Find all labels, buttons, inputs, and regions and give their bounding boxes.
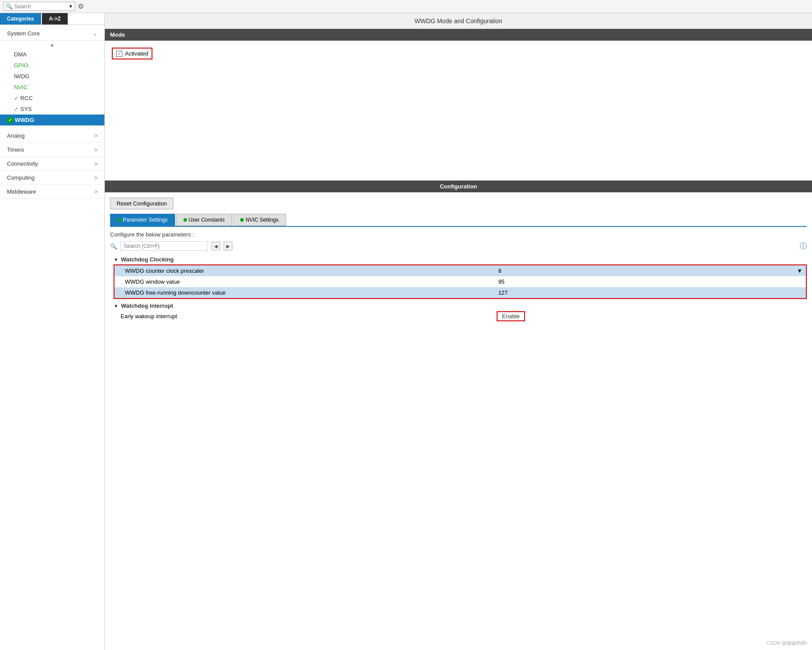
- activated-box: ✓ Activated: [112, 48, 152, 59]
- category-computing[interactable]: Computing >: [0, 171, 104, 185]
- param-value-window: 95: [495, 276, 737, 287]
- top-bar: 🔍 ▼ ⚙: [0, 0, 812, 13]
- gear-icon[interactable]: ⚙: [78, 2, 84, 10]
- param-dropdown-early-wakeup: [737, 311, 807, 322]
- wwdg-check-icon: ✓: [7, 117, 13, 123]
- computing-arrow: >: [94, 175, 97, 181]
- mode-header: Mode: [105, 29, 812, 41]
- param-name-downcounter: WWDG free-running downcounter value: [114, 287, 495, 298]
- connectivity-label: Connectivity: [7, 160, 38, 167]
- watchdog-clocking-group: ▼ Watchdog Clocking WWDG counter clock p…: [110, 254, 807, 299]
- sidebar-item-gpio[interactable]: GPIO: [0, 60, 104, 71]
- watchdog-clocking-box: WWDG counter clock prescaler 8 ▼ WWDG wi…: [114, 264, 807, 299]
- sidebar: Categories A->Z System Core ⌄ ▲ DMA GPIO…: [0, 13, 105, 650]
- tab-az[interactable]: A->Z: [42, 13, 68, 24]
- table-row: Early wakeup interrupt Enable: [110, 311, 807, 322]
- param-search-icon: 🔍: [110, 243, 117, 250]
- search-icon: 🔍: [6, 3, 13, 10]
- config-section: Configuration Reset Configuration Parame…: [105, 181, 812, 650]
- middleware-label: Middleware: [7, 188, 36, 195]
- param-table-interrupt: Early wakeup interrupt Enable: [110, 311, 807, 322]
- nav-prev-button[interactable]: ◀: [211, 242, 220, 250]
- param-dropdown-downcounter: [737, 287, 806, 298]
- computing-label: Computing: [7, 174, 35, 181]
- tab-nvic-settings[interactable]: NVIC Settings: [233, 214, 286, 226]
- user-constants-dot: [183, 218, 187, 222]
- table-row: WWDG counter clock prescaler 8 ▼: [114, 265, 806, 276]
- main-layout: Categories A->Z System Core ⌄ ▲ DMA GPIO…: [0, 13, 812, 650]
- category-system-core[interactable]: System Core ⌄: [0, 27, 104, 41]
- collapse-arrow: ▲: [0, 41, 104, 49]
- user-constants-label: User Constants: [189, 217, 225, 223]
- reset-config-button[interactable]: Reset Configuration: [110, 198, 173, 209]
- watchdog-interrupt-header[interactable]: ▼ Watchdog Interrupt: [110, 301, 807, 311]
- table-row: WWDG free-running downcounter value 127: [114, 287, 806, 298]
- param-name-early-wakeup: Early wakeup interrupt: [110, 311, 493, 322]
- activated-checkbox[interactable]: ✓: [116, 51, 122, 57]
- table-row: WWDG window value 95: [114, 276, 806, 287]
- watchdog-clocking-label: Watchdog Clocking: [121, 256, 174, 263]
- enable-badge: Enable: [497, 311, 525, 321]
- search-input[interactable]: [14, 3, 67, 10]
- connectivity-arrow: >: [94, 161, 97, 167]
- tab-categories[interactable]: Categories: [0, 13, 41, 24]
- system-core-items: DMA GPIO IWDG NVIC ✓ RCC ✓ SYS ✓ WWDG: [0, 49, 104, 127]
- param-settings-label: Parameter Settings: [123, 217, 168, 223]
- timers-label: Timers: [7, 146, 24, 153]
- param-search-input[interactable]: [121, 241, 208, 251]
- watchdog-clocking-chevron: ▼: [114, 257, 118, 262]
- nav-next-button[interactable]: ▶: [224, 242, 232, 250]
- mode-content: ✓ Activated: [105, 41, 812, 181]
- sidebar-item-iwdg[interactable]: IWDG: [0, 71, 104, 82]
- info-icon: ⓘ: [800, 242, 807, 251]
- config-content: Reset Configuration Parameter Settings U…: [105, 192, 812, 329]
- analog-arrow: >: [94, 133, 97, 139]
- nvic-settings-label: NVIC Settings: [245, 217, 278, 223]
- config-header: Configuration: [105, 181, 812, 192]
- system-core-label: System Core: [7, 30, 40, 37]
- param-value-prescaler: 8: [495, 265, 737, 276]
- dropdown-arrow[interactable]: ▼: [69, 4, 73, 9]
- page-title: WWDG Mode and Configuration: [105, 13, 812, 29]
- param-subtitle: Configure the below parameters :: [110, 231, 807, 238]
- mode-section: Mode ✓ Activated: [105, 29, 812, 181]
- category-analog[interactable]: Analog >: [0, 129, 104, 143]
- system-core-arrow: ⌄: [93, 31, 97, 37]
- param-settings-dot: [117, 218, 121, 222]
- config-tabs-row: Parameter Settings User Constants NVIC S…: [110, 214, 807, 227]
- section-system-core: System Core ⌄ ▲ DMA GPIO IWDG NVIC ✓ RCC…: [0, 25, 104, 129]
- tab-user-constants[interactable]: User Constants: [176, 214, 232, 226]
- watchdog-interrupt-group: ▼ Watchdog Interrupt Early wakeup interr…: [110, 301, 807, 322]
- sidebar-item-rcc[interactable]: ✓ RCC: [0, 93, 104, 104]
- param-name-window: WWDG window value: [114, 276, 495, 287]
- param-dropdown-window: [737, 276, 806, 287]
- watchdog-interrupt-label: Watchdog Interrupt: [121, 302, 173, 309]
- middleware-arrow: >: [94, 189, 97, 195]
- category-connectivity[interactable]: Connectivity >: [0, 157, 104, 171]
- sidebar-item-dma[interactable]: DMA: [0, 49, 104, 60]
- search-box[interactable]: 🔍 ▼: [3, 2, 75, 11]
- category-middleware[interactable]: Middleware >: [0, 185, 104, 199]
- sidebar-item-wwdg[interactable]: ✓ WWDG: [0, 115, 104, 125]
- category-timers[interactable]: Timers >: [0, 143, 104, 157]
- timers-arrow: >: [94, 147, 97, 153]
- analog-label: Analog: [7, 132, 24, 139]
- param-value-early-wakeup: Enable: [493, 311, 737, 322]
- param-name-prescaler: WWDG counter clock prescaler: [114, 265, 495, 276]
- watchdog-interrupt-chevron: ▼: [114, 303, 118, 309]
- wwdg-label: WWDG: [15, 117, 34, 123]
- param-value-downcounter: 127: [495, 287, 737, 298]
- watermark: CSDN @嘘嘘鸭嗎~: [767, 640, 809, 647]
- tab-parameter-settings[interactable]: Parameter Settings: [110, 214, 175, 226]
- sidebar-item-nvic[interactable]: NVIC: [0, 82, 104, 93]
- sidebar-tabs: Categories A->Z: [0, 13, 104, 25]
- param-table-clocking: WWDG counter clock prescaler 8 ▼ WWDG wi…: [114, 265, 806, 298]
- main-content: WWDG Mode and Configuration Mode ✓ Activ…: [105, 13, 812, 650]
- param-dropdown-prescaler[interactable]: ▼: [737, 265, 806, 276]
- watchdog-clocking-header[interactable]: ▼ Watchdog Clocking: [110, 254, 807, 264]
- nvic-settings-dot: [240, 218, 244, 222]
- param-search-row: 🔍 ◀ ▶ ⓘ: [110, 241, 807, 251]
- activated-label: Activated: [125, 50, 148, 57]
- sidebar-item-sys[interactable]: ✓ SYS: [0, 104, 104, 115]
